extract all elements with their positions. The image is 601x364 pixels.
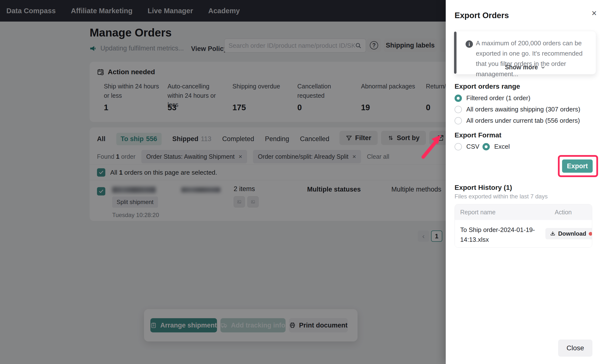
radio-current-tab[interactable]: All orders under current tab (556 orders… — [455, 117, 580, 124]
radio-csv[interactable]: CSV — [455, 143, 479, 150]
history-subtitle: Files exported within the last 7 days — [455, 193, 548, 200]
col-report-name: Report name — [455, 209, 496, 216]
export-notice-card: i A maximum of 200,000 orders can be exp… — [455, 31, 596, 74]
table-row: To Ship order-2024-01-19-14:13.xlsx Down… — [455, 220, 592, 247]
annotation-arrow — [414, 131, 448, 166]
notice-text: A maximum of 200,000 orders can be expor… — [476, 38, 587, 79]
show-more-button[interactable]: Show more — [455, 64, 596, 71]
info-icon: i — [466, 40, 473, 48]
radio-filtered-order[interactable]: Filtered order (1 order) — [455, 94, 530, 102]
range-section-title: Export orders range — [455, 83, 520, 90]
table-header-row: Report name Action — [455, 204, 592, 220]
format-section-title: Export Format — [455, 131, 501, 139]
download-button[interactable]: Download — [545, 228, 592, 239]
export-history-table: Report name Action To Ship order-2024-01… — [455, 204, 592, 248]
radio-icon — [482, 143, 490, 150]
col-action: Action — [555, 209, 572, 216]
panel-title: Export Orders — [455, 11, 509, 20]
chevron-down-icon — [540, 65, 546, 70]
report-name: To Ship order-2024-01-19-14:13.xlsx — [460, 225, 539, 245]
radio-excel[interactable]: Excel — [482, 143, 510, 150]
radio-icon — [455, 95, 462, 102]
notification-dot — [589, 232, 592, 236]
close-icon[interactable]: × — [589, 8, 599, 18]
download-icon — [550, 231, 556, 237]
close-panel-button[interactable]: Close — [558, 340, 592, 357]
radio-icon — [455, 117, 462, 124]
modal-overlay-mask — [0, 0, 446, 364]
seller-center-app: Data Compass Affiliate Marketing Live Ma… — [0, 0, 601, 364]
radio-awaiting-shipping[interactable]: All orders awaiting shipping (307 orders… — [455, 106, 580, 113]
radio-icon — [455, 143, 462, 150]
export-orders-panel: Export Orders × i A maximum of 200,000 o… — [446, 0, 601, 364]
history-section-title: Export History (1) — [455, 184, 512, 192]
radio-icon — [455, 106, 462, 113]
annotation-highlight-rect — [558, 155, 598, 177]
